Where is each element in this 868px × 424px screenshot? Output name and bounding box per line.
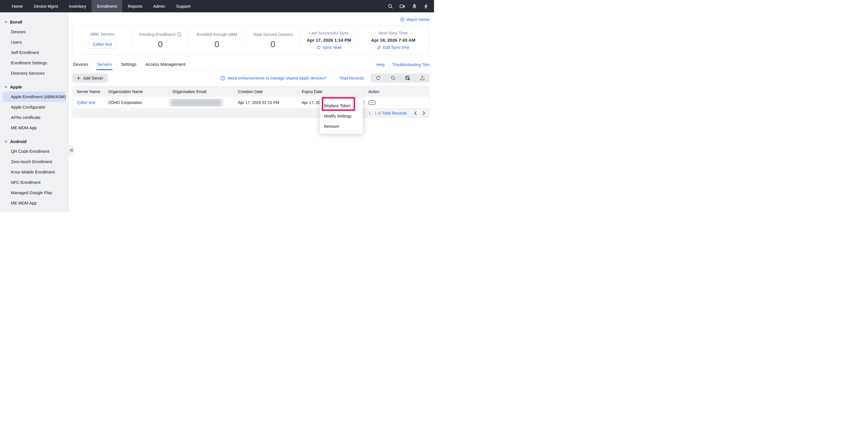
sidebar-item-knox-mobile-enrollment[interactable]: Knox Mobile Enrollment [0,167,69,177]
sidebar-section-android: Android QR Code Enrollment Zero-touch En… [0,137,69,208]
creation-date-cell: Apr 17, 2026 01:10 PM [234,100,298,105]
server-name-link[interactable]: Zylker test [76,100,95,105]
table-row: Zylker test ZOHO Corporation Apr 17, 202… [73,97,429,108]
organization-name-cell: ZOHO Corporation [104,100,168,105]
nav-item-enrollment[interactable]: Enrollment [92,0,122,12]
sync-now-button[interactable]: Sync Now [316,45,341,50]
sidebar-item-managed-google-play[interactable]: Managed Google Play [0,188,69,198]
menu-item-modify-settings[interactable]: Modify Settings [320,111,363,121]
sidebar: Enroll Devices Users Self Enrollment Enr… [0,12,69,212]
total-records-count-link[interactable]: Total Records [382,111,407,115]
column-settings-button[interactable] [400,74,415,82]
sidebar-item-qr-code-enrollment[interactable]: QR Code Enrollment [0,146,69,157]
nav-item-inventory[interactable]: Inventory [63,0,92,12]
abm-summary-card: ABM Servers Zylker test Pending Enrollme… [72,26,429,55]
sidebar-item-zero-touch-enrollment[interactable]: Zero-touch Enrollment [0,157,69,167]
sidebar-section-label: Enroll [10,20,22,24]
stat-last-successful-sync: Last Successful Sync Apr 17, 2026 1:14 P… [301,26,357,55]
sidebar-item-apple-enrollment[interactable]: Apple Enrollment (ABM/ASM) [3,92,66,102]
play-circle-icon [400,17,405,22]
menu-item-replace-token[interactable]: Replace Token [320,101,363,111]
sidebar-item-apns-certificate[interactable]: APNs certificate [0,112,69,123]
column-header-action: Action [364,86,429,97]
video-camera-icon[interactable] [400,4,405,9]
sidebar-section-android-header[interactable]: Android [0,137,69,146]
tab-devices[interactable]: Devices [72,62,89,70]
row-actions-ellipsis-button[interactable] [368,100,429,105]
stat-total-synced-devices: Total Synced Devices 0 [245,26,301,55]
chevron-down-icon [4,140,7,142]
servers-table: Server Name Organization Name Organisati… [72,86,429,118]
refresh-icon [316,46,321,50]
pagination-range: 1 - 1 of Total Records [369,111,407,115]
flash-icon[interactable] [424,4,428,9]
pencil-icon [377,46,381,49]
total-records-link[interactable]: Total Records [339,76,364,80]
next-page-button[interactable] [423,111,425,115]
help-link[interactable]: Help [376,62,384,67]
rocket-icon[interactable] [412,4,417,9]
main-content: Watch Demo ABM Servers Zylker test Pendi… [69,12,434,212]
info-icon[interactable] [177,32,181,36]
sidebar-item-me-mdm-app-android[interactable]: ME MDM App [0,198,69,208]
abm-server-chip[interactable]: Zylker test [88,40,117,49]
column-header-server-name[interactable]: Server Name [73,86,104,97]
sidebar-item-devices[interactable]: Devices [0,27,69,37]
next-sync-value: Apr 18, 2026 7:43 AM [371,38,415,43]
sidebar-section-apple: Apple Apple Enrollment (ABM/ASM) Apple C… [0,82,69,133]
sidebar-collapse-handle[interactable] [69,145,74,156]
column-header-organization-name[interactable]: Organization Name [104,86,168,97]
watch-demo-link[interactable]: Watch Demo [400,17,429,22]
nav-item-home[interactable]: Home [6,0,28,12]
stat-enrolled-through-abm: Enrolled through ABM 0 [189,26,245,55]
last-sync-value: Apr 17, 2026 1:14 PM [307,38,351,43]
export-button[interactable] [415,74,429,82]
chevron-down-icon [4,21,7,23]
stat-value: 0 [214,40,219,49]
shared-devices-banner-link[interactable]: Need enhancements to manage shared Apple… [220,76,326,80]
menu-item-remove[interactable]: Remove [320,121,363,132]
stat-value: 0 [158,40,163,49]
top-nav: Home Device Mgmt Inventory Enrollment Re… [0,0,434,12]
nav-item-support[interactable]: Support [170,0,196,12]
sidebar-item-users[interactable]: Users [0,37,69,48]
tab-settings[interactable]: Settings [120,62,137,70]
nav-item-admin[interactable]: Admin [148,0,170,12]
sidebar-item-apple-configurator[interactable]: Apple Configurator [0,102,69,112]
nav-item-reports[interactable]: Reports [122,0,148,12]
sidebar-item-nfc-enrollment[interactable]: NFC Enrollment [0,177,69,188]
table-footer: 25 1 - 1 of Total Records [73,108,429,117]
add-server-button[interactable]: Add Server [72,74,107,82]
troubleshooting-tips-link[interactable]: Troubleshooting Tips [392,62,429,67]
server-toolbar: Add Server Need enhancements to manage s… [72,74,429,82]
sidebar-item-enrollment-settings[interactable]: Enrollment Settings [0,58,69,68]
sidebar-item-directory-services[interactable]: Directory Services [0,68,69,78]
tab-links: Help Troubleshooting Tips [376,62,429,70]
sidebar-item-self-enrollment[interactable]: Self Enrollment [0,48,69,58]
search-button[interactable] [385,74,400,82]
sidebar-section-apple-header[interactable]: Apple [0,82,69,92]
nav-item-device-mgmt[interactable]: Device Mgmt [28,0,64,12]
plus-icon [76,76,81,80]
calendar-icon [220,76,225,80]
export-icon [420,76,425,80]
column-header-organisation-email[interactable]: Organisation Email [168,86,234,97]
sidebar-section-label: Android [10,139,27,144]
tabs-row: Devices Servers Settings Access Manageme… [72,61,429,70]
previous-page-button[interactable] [414,111,417,115]
column-header-creation-date[interactable]: Creation Date [234,86,298,97]
stat-label: Total Synced Devices [253,32,293,37]
stat-label: Enrolled through ABM [197,32,237,37]
search-icon[interactable] [388,4,393,9]
sidebar-item-me-mdm-app-apple[interactable]: ME MDM App [0,123,69,133]
sidebar-section-enroll-header[interactable]: Enroll [0,17,69,27]
tab-access-management[interactable]: Access Management [145,62,186,70]
refresh-button[interactable] [371,74,385,82]
stat-label: Pending Enrollment [139,32,182,37]
edit-sync-time-button[interactable]: Edit Sync time [377,45,410,50]
tab-servers[interactable]: Servers [96,62,113,70]
nav-icon-group [388,0,434,12]
search-icon [391,76,396,80]
column-header-expiry-date[interactable]: Expiry Date [298,86,364,97]
stat-label: Next Sync Time [379,31,408,35]
